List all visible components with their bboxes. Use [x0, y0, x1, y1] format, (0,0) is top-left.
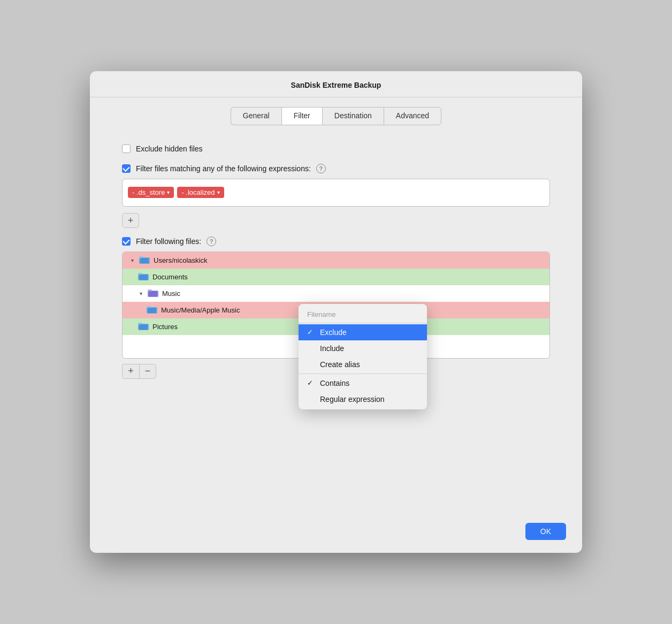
- file-row-users[interactable]: ▾ Users/nicolaskick: [123, 252, 549, 269]
- exclude-hidden-checkbox[interactable]: [122, 144, 131, 153]
- dropdown-item-include[interactable]: Include: [299, 340, 427, 356]
- dropdown-label-include: Include: [320, 344, 344, 353]
- tab-destination[interactable]: Destination: [322, 107, 384, 125]
- checkmark-exclude: [307, 328, 316, 336]
- filter-expressions-label: Filter files matching any of the followi…: [136, 164, 311, 173]
- tag-ds-store-label: - .ds_store: [132, 188, 165, 196]
- dropdown-item-contains[interactable]: Contains: [299, 375, 427, 391]
- filter-files-label: Filter following files:: [136, 237, 201, 246]
- tag-localized-label: - .localized: [181, 188, 215, 196]
- dropdown-label-regex: Regular expression: [320, 395, 385, 404]
- filter-files-help[interactable]: ?: [207, 237, 216, 246]
- filter-files-row: Filter following files: ?: [122, 237, 550, 246]
- dropdown-divider-1: [299, 323, 427, 323]
- tab-advanced[interactable]: Advanced: [384, 107, 441, 125]
- dropdown-item-exclude[interactable]: Exclude: [299, 324, 427, 340]
- exclude-hidden-label: Exclude hidden files: [136, 144, 203, 153]
- file-label-pictures: Pictures: [152, 323, 178, 331]
- tab-filter[interactable]: Filter: [281, 107, 322, 125]
- folder-icon-pictures: [138, 321, 149, 332]
- tabs-row: General Filter Destination Advanced: [90, 97, 582, 134]
- tab-general[interactable]: General: [231, 107, 281, 125]
- filter-expressions-help[interactable]: ?: [316, 164, 326, 173]
- main-window: SanDisk Extreme Backup General Filter De…: [90, 71, 582, 553]
- dropdown-label-create-alias: Create alias: [320, 360, 360, 369]
- folder-icon-users: [139, 255, 150, 266]
- add-file-button[interactable]: +: [122, 364, 139, 379]
- remove-file-button[interactable]: −: [139, 364, 156, 379]
- tag-localized[interactable]: - .localized ▾: [177, 187, 224, 198]
- file-label-music-media: Music/Media/Apple Music: [161, 306, 240, 314]
- dropdown-item-create-alias[interactable]: Create alias: [299, 356, 427, 372]
- dropdown-popup: Filename Exclude Include Create alias Co…: [299, 304, 427, 409]
- filter-expressions-checkbox[interactable]: [122, 164, 131, 173]
- svg-rect-8: [149, 291, 157, 296]
- checkmark-contains: [307, 379, 316, 387]
- tag-localized-chevron: ▾: [217, 189, 220, 195]
- exclude-hidden-row: Exclude hidden files: [122, 144, 550, 153]
- file-label-users: Users/nicolaskick: [154, 256, 207, 264]
- svg-rect-14: [139, 324, 148, 330]
- tag-ds-store-chevron: ▾: [167, 189, 170, 195]
- dropdown-divider-2: [299, 374, 427, 374]
- chevron-users: ▾: [129, 257, 135, 263]
- content-area: Exclude hidden files Filter files matchi…: [90, 134, 582, 514]
- filter-tags-box: - .ds_store ▾ - .localized ▾: [122, 179, 550, 207]
- folder-icon-documents: [138, 271, 149, 283]
- window-title: SanDisk Extreme Backup: [90, 71, 582, 97]
- file-label-documents: Documents: [152, 273, 188, 281]
- file-row-music[interactable]: ▾ Music: [123, 285, 549, 302]
- file-row-documents[interactable]: Documents: [123, 269, 549, 285]
- filter-files-checkbox[interactable]: [122, 237, 131, 246]
- dropdown-label-contains: Contains: [320, 379, 349, 387]
- filter-expressions-section: Filter files matching any of the followi…: [122, 164, 550, 207]
- chevron-music: ▾: [138, 291, 144, 296]
- ok-button[interactable]: OK: [525, 523, 566, 540]
- svg-rect-5: [139, 275, 148, 280]
- dropdown-label-exclude: Exclude: [320, 328, 347, 337]
- add-expression-button[interactable]: +: [122, 213, 139, 228]
- dropdown-item-regex[interactable]: Regular expression: [299, 391, 427, 407]
- filter-expressions-row: Filter files matching any of the followi…: [122, 164, 550, 173]
- file-label-music: Music: [162, 290, 180, 298]
- folder-icon-music: [147, 288, 159, 299]
- svg-rect-11: [148, 308, 156, 313]
- dropdown-placeholder: Filename: [299, 306, 427, 322]
- footer: OK: [90, 514, 582, 553]
- svg-rect-2: [140, 258, 149, 263]
- folder-icon-music-media: [146, 305, 158, 316]
- tag-ds-store[interactable]: - .ds_store ▾: [128, 187, 174, 198]
